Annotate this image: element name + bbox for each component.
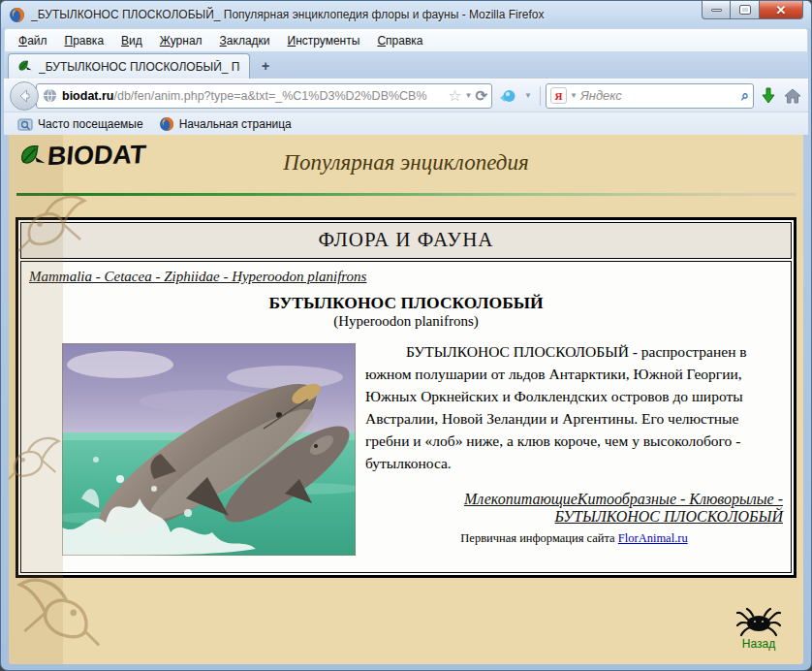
tab-favicon-leaf-icon xyxy=(17,59,33,75)
firefox-app-icon xyxy=(9,7,25,23)
crab-icon xyxy=(736,606,781,637)
page-viewport: BIODAT Популярная энциклопедия ФЛОРА И Ф… xyxy=(9,135,803,664)
minimize-button[interactable] xyxy=(702,1,731,19)
taxonomy-links[interactable]: МлекопитающиеКитообразные - Клюворылые -… xyxy=(464,491,783,525)
toolbar-separator xyxy=(540,86,541,106)
bookmark-home-page[interactable]: Начальная страница xyxy=(153,114,297,134)
bird-watermark-icon xyxy=(11,561,104,655)
maximize-button[interactable] xyxy=(731,1,759,19)
species-title: БУТЫЛКОНОС ПЛОСКОЛОБЫЙ xyxy=(29,293,783,313)
title-bar: _БУТЫЛКОНОС ПЛОСКОЛОБЫЙ_ Популярная энци… xyxy=(1,1,811,28)
bird-watermark-icon xyxy=(15,181,92,259)
menu-bar: Файл Правка Вид Журнал Закладки Инструме… xyxy=(4,28,808,51)
menu-help[interactable]: Справка xyxy=(369,31,430,50)
bookmarks-bar: Часто посещаемые Начальная страница xyxy=(4,112,808,135)
firefox-bookmark-icon xyxy=(159,116,174,132)
site-header: BIODAT Популярная энциклопедия xyxy=(9,135,803,191)
home-button[interactable] xyxy=(783,86,802,106)
menu-history[interactable]: Журнал xyxy=(152,31,210,50)
tab-title: _БУТЫЛКОНОС ПЛОСКОЛОБЫЙ_ Поп... xyxy=(39,60,240,74)
menu-view[interactable]: Вид xyxy=(113,31,150,50)
source-prefix: Первичная информация сайта xyxy=(460,531,617,545)
navigation-toolbar: biodat.ru/db/fen/anim.php?type=a&txt=_%C… xyxy=(4,79,808,112)
menu-file[interactable]: Файл xyxy=(11,31,55,50)
menu-tools[interactable]: Инструменты xyxy=(280,31,368,50)
dolphins-photo xyxy=(62,343,356,556)
site-globe-icon xyxy=(43,88,57,103)
tab-strip: _БУТЫЛКОНОС ПЛОСКОЛОБЫЙ_ Поп... + xyxy=(4,51,808,79)
menu-edit[interactable]: Правка xyxy=(57,31,112,50)
reload-icon[interactable]: ⟳ xyxy=(476,87,488,105)
biodat-leaf-icon xyxy=(18,143,47,172)
browser-window: _БУТЫЛКОНОС ПЛОСКОЛОБЫЙ_ Популярная энци… xyxy=(0,0,812,671)
back-link-label: Назад xyxy=(732,637,786,651)
minimize-icon xyxy=(711,9,722,12)
url-bar[interactable]: biodat.ru/db/fen/anim.php?type=a&txt=_%C… xyxy=(36,83,492,109)
menu-bookmarks[interactable]: Закладки xyxy=(212,31,278,50)
home-icon xyxy=(783,86,802,106)
taxonomy-breadcrumb-link[interactable]: Mammalia - Cetacea - Ziphiidae - Hyperoo… xyxy=(29,269,366,285)
url-text: biodat.ru/db/fen/anim.php?type=a&txt=_%C… xyxy=(62,89,448,103)
section-title: ФЛОРА И ФАУНА xyxy=(318,228,493,251)
maximize-icon xyxy=(740,6,750,14)
download-arrow-icon xyxy=(759,86,778,106)
url-dropdown-icon[interactable]: ▼ xyxy=(462,91,476,100)
smart-folder-magnifier-icon xyxy=(17,116,33,132)
search-magnifier-icon[interactable]: ⌕ xyxy=(741,87,749,104)
extension-button[interactable] xyxy=(497,86,516,106)
new-tab-button[interactable]: + xyxy=(253,56,278,76)
search-box[interactable]: Я ▼ ⌕ xyxy=(546,83,754,109)
species-latin-name: (Hyperoodon planifrons) xyxy=(29,313,783,330)
url-domain: biodat.ru xyxy=(62,89,113,103)
active-tab[interactable]: _БУТЫЛКОНОС ПЛОСКОЛОБЫЙ_ Поп... xyxy=(8,53,250,79)
back-arrow-icon xyxy=(16,88,32,104)
downloads-button[interactable] xyxy=(759,86,778,106)
url-path: /db/fen/anim.php?type=a&txt=_%C1%D3%D2%D… xyxy=(113,89,426,103)
close-button[interactable]: ✕ xyxy=(759,1,803,19)
back-button[interactable] xyxy=(10,81,39,111)
close-icon: ✕ xyxy=(776,4,787,16)
article-body: Mammalia - Cetacea - Ziphiidae - Hyperoo… xyxy=(20,261,792,573)
search-input[interactable] xyxy=(580,88,741,103)
window-title: _БУТЫЛКОНОС ПЛОСКОЛОБЫЙ_ Популярная энци… xyxy=(31,8,544,21)
extension-icon xyxy=(497,86,516,106)
bookmark-label: Часто посещаемые xyxy=(38,117,143,131)
bird-watermark-icon xyxy=(9,426,65,488)
back-widget[interactable]: Назад xyxy=(732,606,786,651)
bookmark-star-icon[interactable]: ☆ xyxy=(448,86,461,105)
floranimal-link[interactable]: FlorAnimal.ru xyxy=(618,531,688,545)
content-box: ФЛОРА И ФАУНА Mammalia - Cetacea - Ziphi… xyxy=(16,217,796,578)
section-header: ФЛОРА И ФАУНА xyxy=(20,222,792,259)
biodat-logo-text: BIODAT xyxy=(47,142,147,170)
extension-dropdown-icon[interactable]: ▼ xyxy=(521,91,535,100)
bookmark-most-visited[interactable]: Часто посещаемые xyxy=(12,114,149,134)
yandex-engine-icon[interactable]: Я xyxy=(550,87,567,104)
window-controls: ✕ xyxy=(702,1,803,19)
search-engine-dropdown-icon[interactable]: ▼ xyxy=(567,91,580,100)
biodat-logo[interactable]: BIODAT xyxy=(18,143,146,172)
header-divider xyxy=(16,193,796,196)
bookmark-label: Начальная страница xyxy=(179,117,292,131)
